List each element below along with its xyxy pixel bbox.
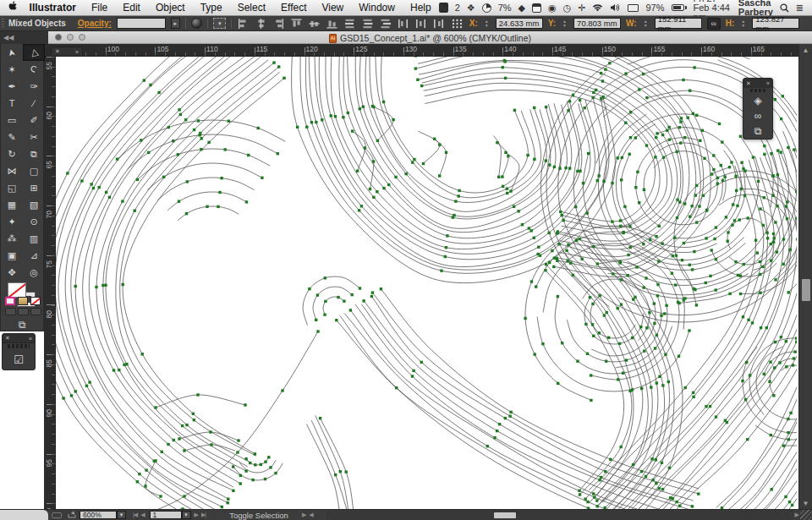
- tool-perspective-grid[interactable]: ⊞: [23, 179, 45, 196]
- last-artboard-button[interactable]: ▶|: [201, 512, 206, 518]
- distribute-space-right-icon[interactable]: [432, 18, 446, 30]
- tool-gradient[interactable]: ▧: [23, 196, 45, 213]
- tool-scale[interactable]: ⧉: [23, 145, 45, 162]
- tool-selection[interactable]: ➤: [1, 44, 23, 61]
- pie-status-icon[interactable]: [482, 3, 491, 13]
- volume-icon[interactable]: [610, 3, 621, 12]
- menu-item-file[interactable]: File: [84, 2, 115, 14]
- tool-blend[interactable]: ⊙: [23, 213, 45, 230]
- notification-center-icon[interactable]: ≣: [796, 3, 804, 13]
- tool-pen[interactable]: ✒: [1, 78, 23, 95]
- distribute-space-left-icon[interactable]: [397, 18, 410, 30]
- hub-icon[interactable]: ✛: [578, 3, 585, 13]
- mini-panel-expand-icon[interactable]: »: [29, 336, 32, 342]
- apple-menu-icon[interactable]: [8, 1, 19, 14]
- screen-mode-icon[interactable]: ⧉: [19, 319, 26, 331]
- links-panel-icon[interactable]: ∞: [743, 108, 772, 123]
- w-stepper[interactable]: ▲▼: [642, 18, 650, 29]
- tool-artboard[interactable]: ▣: [1, 247, 23, 264]
- tool-type[interactable]: T: [1, 95, 23, 112]
- menu-item-edit[interactable]: Edit: [115, 2, 148, 14]
- none-swatch[interactable]: [30, 297, 41, 305]
- tool-slice[interactable]: ⊿: [23, 247, 45, 264]
- menu-item-object[interactable]: Object: [148, 2, 193, 14]
- tool-symbol-sprayer[interactable]: ⁂: [1, 230, 23, 247]
- align-v-center-icon[interactable]: [308, 18, 321, 30]
- align-h-center-icon[interactable]: [255, 18, 268, 30]
- tool-graph[interactable]: ▥: [23, 230, 45, 247]
- next-artboard-button[interactable]: ▶: [195, 512, 198, 518]
- y-input[interactable]: 70.803 mm: [573, 18, 621, 29]
- scroll-up-arrow[interactable]: ▲: [799, 45, 812, 55]
- tool-mesh[interactable]: ▦: [1, 196, 23, 213]
- tool-free-transform[interactable]: ▢: [23, 162, 45, 179]
- status-expand-arrow[interactable]: ▶: [302, 512, 305, 518]
- previous-artboard-button[interactable]: ◀: [140, 512, 144, 518]
- menu-item-view[interactable]: View: [314, 2, 351, 14]
- layers-panel-icon[interactable]: ◈: [743, 93, 772, 108]
- tool-line-segment[interactable]: ∕: [23, 95, 45, 112]
- menu-item-help[interactable]: Help: [403, 2, 439, 14]
- align-right-icon[interactable]: [272, 18, 286, 30]
- tool-hand[interactable]: ✥: [1, 264, 23, 281]
- scroll-right-arrow[interactable]: ▶: [795, 512, 798, 518]
- x-input[interactable]: 24.633 mm: [496, 18, 543, 29]
- dropbox-icon[interactable]: ❖: [467, 3, 475, 13]
- horizontal-scrollbar[interactable]: [326, 510, 793, 520]
- panel-expand-icon[interactable]: »: [75, 49, 79, 55]
- minimize-window-button[interactable]: [67, 34, 74, 41]
- mini-panel-grip[interactable]: [8, 344, 30, 348]
- tools-dock-header[interactable]: ◀◀: [0, 31, 48, 44]
- wifi-icon[interactable]: [592, 3, 603, 12]
- opacity-input[interactable]: [117, 18, 166, 29]
- tool-direct-selection[interactable]: ▷: [23, 44, 45, 61]
- menu-item-type[interactable]: Type: [193, 2, 230, 14]
- align-top-icon[interactable]: [290, 18, 304, 30]
- tool-scissors[interactable]: ✂: [23, 129, 45, 145]
- x-stepper[interactable]: ▲▼: [483, 18, 491, 29]
- shield-icon[interactable]: ◆: [518, 3, 525, 13]
- artboards-panel-icon[interactable]: ⧉: [743, 123, 772, 139]
- h-stepper[interactable]: ▲▼: [739, 18, 747, 29]
- artboard-number-field[interactable]: 1: [150, 511, 182, 519]
- tool-paintbrush[interactable]: ✐: [23, 112, 45, 129]
- panel-close-icon[interactable]: ✕: [55, 48, 60, 55]
- close-window-button[interactable]: [55, 34, 62, 41]
- vertical-scrollbar[interactable]: ▲ ▼: [798, 44, 812, 509]
- zoom-dropdown-button[interactable]: ▼: [117, 511, 126, 519]
- right-panel-grip[interactable]: [750, 89, 765, 92]
- distribute-space-center-icon[interactable]: [414, 18, 428, 30]
- tool-zoom[interactable]: ◎: [23, 264, 45, 281]
- distribute-bottom-icon[interactable]: [379, 18, 392, 30]
- tool-pencil[interactable]: ✎: [1, 129, 23, 145]
- display-icon[interactable]: [628, 4, 639, 12]
- draw-normal-button[interactable]: [5, 308, 16, 315]
- dock-collapse-icon[interactable]: ◀◀: [3, 34, 14, 41]
- fill-stroke-indicator[interactable]: [6, 282, 43, 294]
- fill-swatch-none[interactable]: [8, 282, 26, 298]
- tool-shape-builder[interactable]: ◱: [1, 179, 23, 196]
- right-panel-close-icon[interactable]: ✕: [746, 80, 751, 87]
- menu-item-effect[interactable]: Effect: [273, 2, 314, 14]
- vertical-scroll-thumb[interactable]: [802, 279, 810, 301]
- select-similar-icon[interactable]: [213, 18, 226, 29]
- scroll-down-arrow[interactable]: ▼: [799, 498, 812, 508]
- first-artboard-button[interactable]: |◀: [133, 512, 137, 518]
- y-stepper[interactable]: ▲▼: [561, 18, 568, 29]
- tool-curvature[interactable]: ✑: [23, 78, 45, 95]
- color-swatch[interactable]: [5, 297, 15, 305]
- creative-cloud-icon[interactable]: ◉: [548, 3, 557, 13]
- export-arrow-icon[interactable]: [68, 511, 77, 520]
- checkbox-panel-icon[interactable]: ☑: [3, 349, 35, 369]
- battery-icon[interactable]: [672, 4, 687, 11]
- distribute-v-center-icon[interactable]: [361, 18, 375, 30]
- tool-eyedropper[interactable]: ✦: [1, 213, 23, 230]
- align-left-icon[interactable]: [237, 18, 250, 30]
- opacity-label[interactable]: Opacity:: [78, 19, 112, 28]
- draw-inside-button[interactable]: [30, 308, 41, 315]
- horizontal-scroll-thumb[interactable]: [494, 512, 516, 518]
- menu-item-select[interactable]: Select: [230, 2, 273, 14]
- badge-icon[interactable]: [52, 512, 62, 518]
- gradient-swatch[interactable]: [18, 297, 28, 305]
- tool-lasso[interactable]: Ϛ: [23, 61, 45, 78]
